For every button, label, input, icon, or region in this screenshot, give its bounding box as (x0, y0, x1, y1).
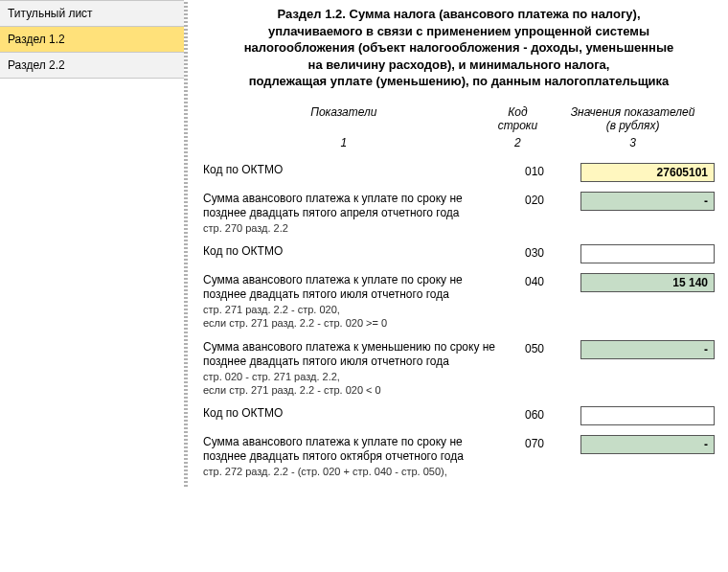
line-code: 040 (506, 273, 563, 288)
value-field[interactable]: - (580, 435, 715, 454)
value-column: - (563, 340, 715, 359)
title-line-2: уплачиваемого в связи с применением упро… (268, 24, 649, 38)
value-column (563, 244, 715, 263)
sidebar: Титульный лист Раздел 1.2 Раздел 2.2 (0, 0, 184, 487)
form-row: Сумма авансового платежа к уплате по сро… (203, 429, 715, 481)
value-column: - (563, 435, 715, 454)
form-row: Сумма авансового платежа к уплате по сро… (203, 267, 715, 332)
nav-item-title[interactable]: Титульный лист (0, 0, 184, 27)
indicator-text: Код по ОКТМО (203, 244, 496, 259)
col-header-indicators: Показатели (203, 103, 485, 134)
indicator-label: Код по ОКТМО (203, 244, 506, 259)
indicator-text: Сумма авансового платежа к уплате по сро… (203, 192, 496, 220)
form-row: Код по ОКТМО060 (203, 400, 715, 427)
indicator-label: Код по ОКТМО (203, 163, 506, 177)
title-line-1: Раздел 1.2. Сумма налога (авансового пла… (278, 7, 641, 21)
indicator-text: Сумма авансового платежа к уменьшению по… (203, 340, 496, 369)
section-title: Раздел 1.2. Сумма налога (авансового пла… (203, 6, 715, 90)
line-code: 050 (506, 340, 563, 355)
vertical-divider (184, 0, 188, 487)
value-column: - (563, 192, 715, 211)
indicator-label: Сумма авансового платежа к уменьшению по… (203, 340, 506, 398)
line-code: 060 (506, 406, 563, 422)
nav-item-section-2-2[interactable]: Раздел 2.2 (0, 53, 184, 79)
indicator-label: Сумма авансового платежа к уплате по сро… (203, 273, 506, 331)
indicator-sub: стр. 270 разд. 2.2 (203, 222, 496, 236)
value-field[interactable]: 15 140 (580, 273, 715, 292)
value-field[interactable] (580, 244, 715, 263)
indicator-text: Сумма авансового платежа к уплате по сро… (203, 435, 496, 464)
line-code: 020 (506, 192, 563, 207)
indicator-label: Сумма авансового платежа к уплате по сро… (203, 192, 506, 236)
value-field[interactable]: - (580, 340, 715, 359)
col-header-code: Код строки (485, 103, 551, 134)
indicator-sub: стр. 271 разд. 2.2 - стр. 020,если стр. … (203, 304, 496, 331)
value-column: 15 140 (563, 273, 715, 292)
title-line-3: налогообложения (объект налогообложения … (244, 40, 673, 55)
value-column (563, 406, 715, 425)
col-header-values: Значения показателей (в рублях) (551, 103, 715, 134)
indicator-label: Код по ОКТМО (203, 406, 506, 421)
indicator-sub: стр. 272 разд. 2.2 - (стр. 020 + стр. 04… (203, 466, 496, 479)
indicator-sub: стр. 020 - стр. 271 разд. 2.2,если стр. … (203, 371, 496, 398)
line-code: 010 (506, 163, 563, 178)
value-field[interactable]: 27605101 (580, 163, 715, 182)
form-row: Сумма авансового платежа к уплате по сро… (203, 186, 715, 238)
title-line-4: на величину расходов), и минимального на… (308, 57, 610, 72)
nav-item-section-1-2[interactable]: Раздел 1.2 (0, 27, 184, 53)
line-code: 030 (506, 244, 563, 260)
main-panel: Раздел 1.2. Сумма налога (авансового пла… (190, 0, 728, 487)
indicator-text: Сумма авансового платежа к уплате по сро… (203, 273, 496, 302)
line-code: 070 (506, 435, 563, 450)
indicator-text: Код по ОКТМО (203, 406, 496, 421)
rows-container: Код по ОКТМО01027605101Сумма авансового … (203, 157, 715, 482)
value-field[interactable] (580, 406, 715, 425)
col-num-3: 3 (551, 134, 715, 151)
value-column: 27605101 (563, 163, 715, 182)
value-field[interactable]: - (580, 192, 715, 211)
column-headers: Показатели Код строки Значения показател… (203, 103, 715, 151)
indicator-text: Код по ОКТМО (203, 163, 496, 177)
col-num-1: 1 (203, 134, 485, 151)
form-row: Код по ОКТМО030 (203, 239, 715, 265)
col-num-2: 2 (485, 134, 551, 151)
title-line-5: подлежащая уплате (уменьшению), по данны… (249, 74, 670, 88)
form-row: Сумма авансового платежа к уменьшению по… (203, 334, 715, 400)
indicator-label: Сумма авансового платежа к уплате по сро… (203, 435, 506, 479)
form-row: Код по ОКТМО01027605101 (203, 157, 715, 184)
